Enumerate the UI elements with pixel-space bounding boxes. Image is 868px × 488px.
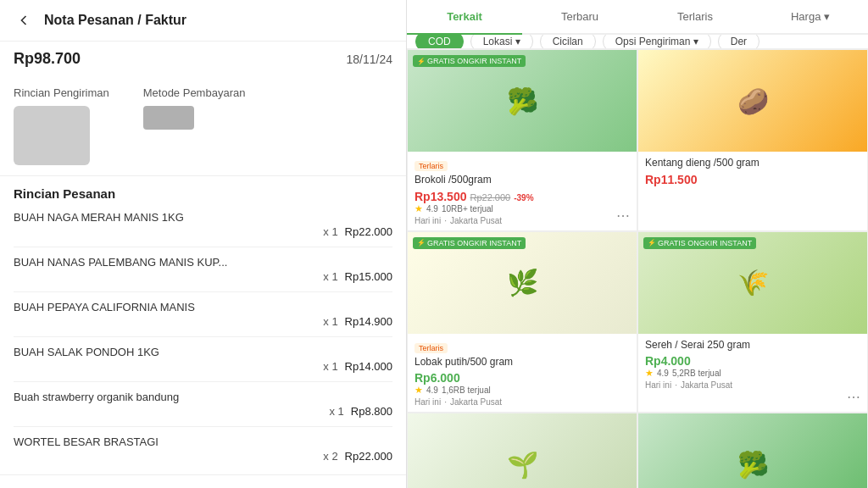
product-image-kentang: 🥔 — [638, 50, 867, 152]
item-price: Rp22.000 — [345, 225, 392, 238]
product-card-sereh[interactable]: 🌾 ⚡ GRATIS ONGKIR INSTANT Sereh / Serai … — [637, 231, 868, 413]
item-qty: x 1 — [323, 270, 337, 283]
rating-value: 4.9 — [426, 385, 438, 395]
item-detail: x 1 Rp14.900 — [14, 315, 392, 328]
review-count: 10RB+ terjual — [442, 204, 493, 214]
item-name: BUAH PEPAYA CALIFORNIA MANIS — [14, 301, 392, 313]
rating-row-brokoli: ★ 4.9 10RB+ terjual — [415, 203, 630, 214]
filter-der[interactable]: Der — [718, 35, 760, 49]
item-price: Rp15.000 — [345, 270, 392, 283]
location-row-sereh: Hari ini · Jakarta Pusat — [645, 380, 860, 390]
order-item: BUAH NANAS PALEMBANG MANIS KUP... x 1 Rp… — [0, 251, 406, 288]
product-card-brokoli[interactable]: 🥦 ⚡ GRATIS ONGKIR INSTANT Terlaris Broko… — [407, 49, 637, 231]
price-row-kentang: Rp11.500 — [645, 173, 860, 186]
payment-info: Metode Pembayaran — [143, 86, 246, 165]
tabs-bar: Terkait Terbaru Terlaris Harga ▾ — [407, 0, 868, 35]
total-amount: Rp98.700 — [14, 50, 81, 68]
order-item: Buah strawberry organik bandung x 1 Rp8.… — [0, 385, 406, 423]
rating-row-sereh: ★ 4.9 5,2RB terjual — [645, 368, 860, 379]
filter-opsi-pengiriman[interactable]: Opsi Pengiriman ▾ — [603, 35, 711, 49]
rating-value: 4.9 — [426, 204, 438, 214]
order-item: BUAH NAGA MERAH MANIS 1KG x 1 Rp22.000 — [0, 206, 406, 243]
divider — [14, 247, 392, 247]
item-qty: x 1 — [330, 405, 344, 418]
delivery-section: Rincian Pengiriman Metode Pembayaran — [0, 76, 406, 176]
page-title: Nota Pesanan / Faktur — [44, 13, 186, 28]
item-qty: x 2 — [323, 450, 337, 463]
back-button[interactable] — [14, 10, 34, 30]
product-image-brokoli2: 🥦 — [638, 413, 867, 488]
divider — [14, 291, 392, 292]
divider — [14, 336, 392, 337]
product-info-brokoli: Terlaris Brokoli /500gram Rp13.500 Rp22.… — [408, 152, 637, 230]
tab-terkait[interactable]: Terkait — [407, 0, 522, 33]
review-count: 1,6RB terjual — [442, 385, 491, 395]
summary-section: Subtotal untuk Produk Rp96.700 Subtotal … — [0, 474, 406, 488]
right-panel: Terkait Terbaru Terlaris Harga ▾ COD Lok… — [407, 0, 868, 488]
delivery-label: Rincian Pengiriman — [14, 86, 109, 99]
discount-badge-brokoli: -39% — [514, 193, 533, 202]
header-bar: Nota Pesanan / Faktur — [0, 0, 406, 42]
more-options-button[interactable]: ⋯ — [616, 208, 630, 224]
delivery-time: Hari ini — [415, 216, 441, 225]
tab-harga[interactable]: Harga ▾ — [753, 0, 868, 33]
badge-instant-sereh: ⚡ GRATIS ONGKIR INSTANT — [643, 237, 756, 249]
item-detail: x 2 Rp22.000 — [14, 450, 392, 463]
filter-lokasi[interactable]: Lokasi ▾ — [470, 35, 533, 49]
delivery-time: Hari ini — [415, 397, 441, 407]
product-info-lobak: Terlaris Lobak putih/500 gram Rp6.000 ★ … — [408, 334, 637, 413]
badge-instant-brokoli: ⚡ GRATIS ONGKIR INSTANT — [413, 55, 526, 67]
product-card-tauge[interactable]: 🌱 Tauge segar — [407, 413, 637, 488]
more-options-button-sereh[interactable]: ⋯ — [847, 389, 860, 405]
product-name-lobak: Lobak putih/500 gram — [415, 356, 630, 369]
item-detail: x 1 Rp8.800 — [14, 405, 392, 418]
product-name-brokoli: Brokoli /500gram — [415, 174, 630, 187]
item-price: Rp8.800 — [351, 405, 392, 418]
price-main-kentang: Rp11.500 — [645, 173, 697, 186]
tab-terlaris[interactable]: Terlaris — [637, 0, 753, 33]
payment-label: Metode Pembayaran — [143, 86, 246, 99]
delivery-info: Rincian Pengiriman — [14, 86, 109, 165]
location-text: Jakarta Pusat — [450, 397, 502, 407]
product-info-kentang: Kentang dieng /500 gram Rp11.500 — [638, 152, 867, 191]
item-qty: x 1 — [323, 315, 337, 328]
product-card-kentang[interactable]: 🥔 Kentang dieng /500 gram Rp11.500 — [637, 49, 868, 231]
price-row-brokoli: Rp13.500 Rp22.000 -39% — [415, 190, 630, 203]
price-main-brokoli: Rp13.500 — [415, 190, 466, 203]
star-icon: ★ — [645, 368, 654, 379]
filter-cicilan[interactable]: Cicilan — [540, 35, 596, 49]
tab-terbaru[interactable]: Terbaru — [522, 0, 637, 33]
item-price: Rp14.900 — [345, 315, 392, 328]
location-row-lobak: Hari ini · Jakarta Pusat — [415, 397, 630, 407]
filter-bar: COD Lokasi ▾ Cicilan Opsi Pengiriman ▾ D… — [407, 35, 868, 49]
payment-image — [143, 106, 194, 130]
price-row-sereh: Rp4.000 — [645, 354, 860, 368]
products-grid: 🥦 ⚡ GRATIS ONGKIR INSTANT Terlaris Broko… — [407, 49, 868, 488]
divider — [14, 381, 392, 382]
delivery-image — [14, 106, 90, 165]
review-count: 5,2RB terjual — [672, 369, 721, 378]
rating-row-lobak: ★ 4.9 1,6RB terjual — [415, 385, 630, 396]
product-card-brokoli2[interactable]: 🥦 Brokoli segar ↑ — [637, 413, 868, 488]
price-row-lobak: Rp6.000 — [415, 371, 630, 385]
meta-row: Rp98.700 18/11/24 — [0, 42, 406, 76]
item-qty: x 1 — [323, 360, 337, 373]
product-info-sereh: Sereh / Serai 250 gram Rp4.000 ★ 4.9 5,2… — [638, 334, 867, 396]
order-section-title: Rincian Pesanan — [0, 176, 406, 206]
item-detail: x 1 Rp14.000 — [14, 360, 392, 373]
star-icon: ★ — [415, 385, 423, 396]
product-image-tauge: 🌱 — [408, 413, 637, 488]
star-icon: ★ — [415, 203, 423, 214]
rating-value: 4.9 — [657, 369, 669, 378]
order-item: WORTEL BESAR BRASTAGI x 2 Rp22.000 — [0, 430, 406, 468]
item-name: BUAH NANAS PALEMBANG MANIS KUP... — [14, 256, 392, 269]
item-detail: x 1 Rp22.000 — [14, 225, 392, 238]
divider — [14, 426, 392, 427]
item-name: BUAH NAGA MERAH MANIS 1KG — [14, 211, 392, 224]
product-card-lobak[interactable]: 🌿 ⚡ GRATIS ONGKIR INSTANT Terlaris Lobak… — [407, 231, 637, 413]
filter-cod[interactable]: COD — [415, 35, 464, 49]
order-items-list: BUAH NAGA MERAH MANIS 1KG x 1 Rp22.000 B… — [0, 206, 406, 468]
delivery-time: Hari ini — [645, 380, 671, 390]
item-qty: x 1 — [323, 225, 337, 238]
item-price: Rp14.000 — [345, 360, 392, 373]
